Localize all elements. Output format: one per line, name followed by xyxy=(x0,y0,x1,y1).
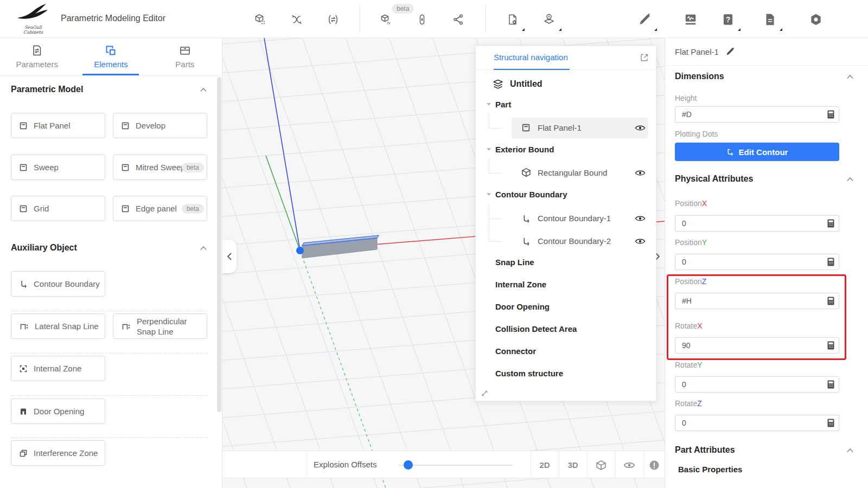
explosion-slider-thumb[interactable] xyxy=(404,460,413,470)
tab-parts[interactable]: Parts xyxy=(148,38,222,75)
edit-mode-button[interactable] xyxy=(633,8,656,31)
visibility-eye-icon[interactable] xyxy=(635,124,646,132)
hinge-button[interactable] xyxy=(410,8,434,31)
calculator-icon[interactable] xyxy=(827,419,834,427)
position-z-input[interactable] xyxy=(675,293,839,309)
tree-group-door-opening[interactable]: Door Opening xyxy=(476,300,656,316)
dimensions-header[interactable]: Dimensions xyxy=(675,72,854,81)
element-button-mitred-sweep[interactable]: Mitred Sweep beta xyxy=(113,155,207,180)
rename-pencil-icon[interactable] xyxy=(725,47,735,56)
tree-group-label: Collision Detect Area xyxy=(495,324,577,333)
section-title: Part Attributes xyxy=(675,445,735,455)
position-x-input[interactable] xyxy=(675,215,839,232)
tree-group-exterior-bound[interactable]: Exterior Bound xyxy=(476,143,656,158)
swap-button[interactable] xyxy=(321,8,345,31)
chevron-up-icon[interactable] xyxy=(200,87,207,92)
calculator-icon[interactable] xyxy=(827,219,834,228)
aux-button-door-opening[interactable]: Door Opening xyxy=(11,399,105,424)
app-logo[interactable]: SeaGull Cabinets xyxy=(14,3,52,35)
monitor-activity-button[interactable] xyxy=(679,8,703,31)
calculator-icon[interactable] xyxy=(827,341,834,350)
physical-attributes-header[interactable]: Physical Attributes xyxy=(675,174,854,184)
collapse-left-panel-button[interactable] xyxy=(222,240,237,273)
tab-structural-navigation[interactable]: Structural navigation xyxy=(494,53,568,62)
rotate-x-input-wrap xyxy=(675,337,839,354)
tree-group-contour-boundary[interactable]: Contour Boundary xyxy=(476,188,656,203)
tree-group-part[interactable]: Part xyxy=(476,98,656,113)
edit-contour-button[interactable]: Edit Contour xyxy=(675,143,839,161)
topology-button[interactable] xyxy=(285,8,309,31)
chevron-up-icon[interactable] xyxy=(846,74,854,79)
element-button-develop[interactable]: Develop xyxy=(113,113,207,138)
calculator-icon[interactable] xyxy=(827,258,834,266)
explosion-slider-track[interactable] xyxy=(399,465,513,466)
chevron-up-icon[interactable] xyxy=(846,448,854,453)
element-button-edge-panel[interactable]: Edge panel beta xyxy=(113,196,207,221)
element-button-sweep[interactable]: Sweep xyxy=(11,155,105,180)
rotate-x-input[interactable] xyxy=(675,337,839,354)
tree-group-custom-structure[interactable]: Custom structure xyxy=(476,367,656,382)
isometric-view-button[interactable] xyxy=(587,451,615,479)
dropdown-caret[interactable] xyxy=(780,28,782,31)
help-button[interactable]: ? xyxy=(716,8,740,31)
aux-button-internal-zone[interactable]: Internal Zone xyxy=(11,356,105,381)
aux-button-lateral-snap-line[interactable]: Lateral Snap Line xyxy=(11,313,105,339)
viewport-3d[interactable]: Structural navigation Untitled Part xyxy=(222,38,665,488)
element-button-flat-panel[interactable]: Flat Panel xyxy=(11,113,105,138)
tree-group-internal-zone[interactable]: Internal Zone xyxy=(476,278,656,293)
app-title: Parametric Modeling Editor xyxy=(61,14,165,23)
calculator-icon[interactable] xyxy=(827,380,834,389)
tree-group-snap-line[interactable]: Snap Line xyxy=(476,256,656,271)
visibility-button[interactable] xyxy=(615,451,643,479)
view-2d-button[interactable]: 2D xyxy=(531,451,559,479)
collapse-triangle-icon[interactable] xyxy=(487,193,491,196)
calculator-icon[interactable] xyxy=(827,110,834,119)
collapse-triangle-icon[interactable] xyxy=(487,148,491,151)
flat-panel-object[interactable] xyxy=(302,235,379,258)
tree-group-connector[interactable]: Connector xyxy=(476,345,656,360)
tree-item-contour-boundary-2[interactable]: Contour Boundary-2 xyxy=(476,231,656,252)
collapse-triangle-icon[interactable] xyxy=(487,103,491,106)
tree-group-collision-detect-area[interactable]: Collision Detect Area xyxy=(476,323,656,338)
tree-item-rectangular-bound[interactable]: Rectangular Bound xyxy=(476,163,656,183)
tree-group-label: Snap Line xyxy=(495,258,534,267)
document-button[interactable] xyxy=(758,8,782,31)
aux-button-perpendicular-snap-line[interactable]: Perpendicular Snap Line xyxy=(113,313,207,339)
dropdown-caret[interactable] xyxy=(559,28,561,31)
tab-parameters[interactable]: Parameters xyxy=(0,38,74,75)
dropdown-caret[interactable] xyxy=(522,28,525,31)
sidebar-scrollbar[interactable] xyxy=(217,77,221,412)
aux-button-contour-boundary[interactable]: Contour Boundary xyxy=(11,271,105,297)
rotate-z-input[interactable] xyxy=(675,415,839,431)
dropdown-caret[interactable] xyxy=(654,28,657,31)
connections-button[interactable] xyxy=(446,8,470,31)
aux-button-interference-zone[interactable]: Interference Zone xyxy=(11,440,105,466)
calculator-icon[interactable] xyxy=(827,297,834,305)
element-button-grid[interactable]: Grid xyxy=(11,196,105,221)
warnings-button[interactable] xyxy=(643,451,665,479)
rotate-y-input[interactable] xyxy=(675,376,839,393)
settings-button[interactable] xyxy=(804,8,828,31)
tab-elements[interactable]: Elements xyxy=(74,38,148,75)
model-library-button[interactable] xyxy=(248,8,272,31)
visibility-eye-icon[interactable] xyxy=(635,215,646,222)
visibility-eye-icon[interactable] xyxy=(635,237,646,245)
visibility-eye-icon[interactable] xyxy=(635,169,646,177)
dashed-divider xyxy=(11,353,207,354)
tree-root-row[interactable]: Untitled xyxy=(476,76,656,93)
expand-panel-icon[interactable] xyxy=(640,53,649,62)
view-3d-button[interactable]: 3D xyxy=(559,451,587,479)
chevron-up-icon[interactable] xyxy=(200,246,207,251)
resize-handle-icon[interactable] xyxy=(480,389,489,397)
part-attributes-header[interactable]: Part Attributes xyxy=(675,445,854,455)
origin-point[interactable] xyxy=(296,247,304,254)
tree-item-flat-panel-1[interactable]: Flat Panel-1 xyxy=(476,118,656,138)
chevron-up-icon[interactable] xyxy=(846,177,854,182)
file-settings-button[interactable] xyxy=(501,8,525,31)
surface-pin-button[interactable] xyxy=(537,8,561,31)
tree-item-contour-boundary-1[interactable]: Contour Boundary-1 xyxy=(476,208,656,229)
dropdown-caret[interactable] xyxy=(738,28,741,31)
height-input[interactable] xyxy=(675,106,839,123)
knot-icon xyxy=(290,13,303,26)
position-y-input[interactable] xyxy=(675,254,839,270)
